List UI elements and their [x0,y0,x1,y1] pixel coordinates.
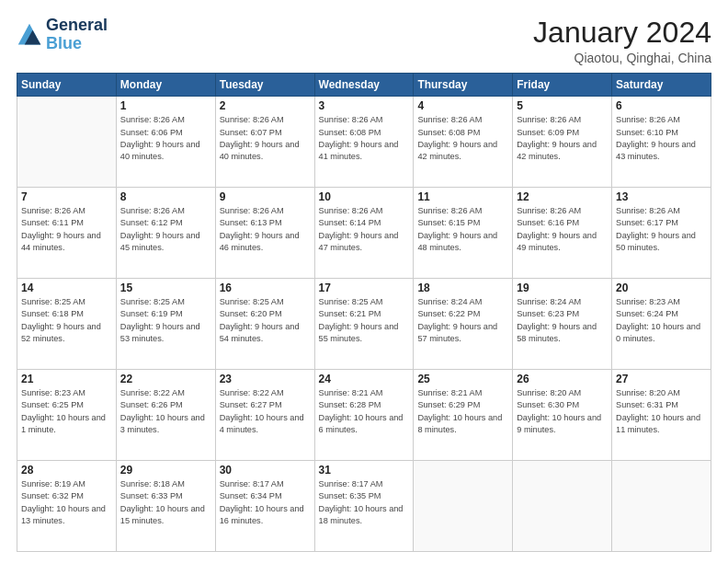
day-number: 4 [417,99,508,112]
col-monday: Monday [116,74,215,97]
title-block: January 2024 Qiaotou, Qinghai, China [533,17,711,65]
calendar-day-cell [17,97,117,188]
subtitle: Qiaotou, Qinghai, China [533,51,711,65]
day-number: 21 [21,373,112,385]
logo-icon [17,22,42,48]
col-tuesday: Tuesday [215,74,314,97]
calendar-day-cell: 1 Sunrise: 8:26 AMSunset: 6:06 PMDayligh… [116,97,215,188]
calendar-day-cell: 31 Sunrise: 8:17 AMSunset: 6:35 PMDaylig… [314,461,414,552]
calendar-day-cell: 25 Sunrise: 8:21 AMSunset: 6:29 PMDaylig… [414,370,513,461]
day-number: 31 [319,464,410,477]
calendar-day-cell: 30 Sunrise: 8:17 AMSunset: 6:34 PMDaylig… [215,461,314,552]
calendar-day-cell: 2 Sunrise: 8:26 AMSunset: 6:07 PMDayligh… [215,97,314,188]
col-friday: Friday [513,74,612,97]
calendar-day-cell: 3 Sunrise: 8:26 AMSunset: 6:08 PMDayligh… [314,97,414,188]
day-info: Sunrise: 8:18 AMSunset: 6:33 PMDaylight:… [120,478,211,527]
day-number: 20 [616,282,707,294]
day-number: 11 [417,190,508,203]
calendar-day-cell: 28 Sunrise: 8:19 AMSunset: 6:32 PMDaylig… [17,461,117,552]
calendar-day-cell: 11 Sunrise: 8:26 AMSunset: 6:15 PMDaylig… [414,188,513,279]
day-info: Sunrise: 8:21 AMSunset: 6:28 PMDaylight:… [319,387,410,436]
day-number: 14 [21,282,112,294]
day-info: Sunrise: 8:25 AMSunset: 6:18 PMDaylight:… [21,296,112,345]
day-number: 16 [220,282,311,294]
calendar-day-cell: 14 Sunrise: 8:25 AMSunset: 6:18 PMDaylig… [17,279,117,370]
day-number: 10 [319,190,410,203]
day-info: Sunrise: 8:25 AMSunset: 6:21 PMDaylight:… [319,296,410,345]
calendar-day-cell [612,461,711,552]
day-number: 3 [319,99,410,112]
calendar-day-cell: 12 Sunrise: 8:26 AMSunset: 6:16 PMDaylig… [513,188,612,279]
calendar-week-row: 21 Sunrise: 8:23 AMSunset: 6:25 PMDaylig… [17,370,711,461]
day-number: 2 [220,99,311,112]
calendar-day-cell: 15 Sunrise: 8:25 AMSunset: 6:19 PMDaylig… [116,279,215,370]
day-info: Sunrise: 8:23 AMSunset: 6:24 PMDaylight:… [616,296,707,345]
calendar-day-cell: 10 Sunrise: 8:26 AMSunset: 6:14 PMDaylig… [314,188,414,279]
calendar-day-cell: 20 Sunrise: 8:23 AMSunset: 6:24 PMDaylig… [612,279,711,370]
day-number: 25 [417,373,508,385]
calendar-day-cell: 17 Sunrise: 8:25 AMSunset: 6:21 PMDaylig… [314,279,414,370]
day-info: Sunrise: 8:24 AMSunset: 6:23 PMDaylight:… [517,296,608,345]
day-number: 27 [616,373,707,385]
day-info: Sunrise: 8:26 AMSunset: 6:11 PMDaylight:… [21,205,112,254]
calendar-day-cell: 7 Sunrise: 8:26 AMSunset: 6:11 PMDayligh… [17,188,117,279]
col-wednesday: Wednesday [314,74,414,97]
calendar-day-cell: 27 Sunrise: 8:20 AMSunset: 6:31 PMDaylig… [612,370,711,461]
day-number: 7 [21,190,112,203]
day-info: Sunrise: 8:25 AMSunset: 6:20 PMDaylight:… [220,296,311,345]
day-number: 17 [319,282,410,294]
day-info: Sunrise: 8:23 AMSunset: 6:25 PMDaylight:… [21,387,112,436]
day-info: Sunrise: 8:20 AMSunset: 6:30 PMDaylight:… [517,387,608,436]
day-number: 15 [120,282,211,294]
day-number: 18 [417,282,508,294]
calendar-day-cell: 6 Sunrise: 8:26 AMSunset: 6:10 PMDayligh… [612,97,711,188]
col-thursday: Thursday [414,74,513,97]
day-info: Sunrise: 8:26 AMSunset: 6:13 PMDaylight:… [220,205,311,254]
calendar-day-cell: 13 Sunrise: 8:26 AMSunset: 6:17 PMDaylig… [612,188,711,279]
calendar-day-cell: 8 Sunrise: 8:26 AMSunset: 6:12 PMDayligh… [116,188,215,279]
calendar-day-cell: 16 Sunrise: 8:25 AMSunset: 6:20 PMDaylig… [215,279,314,370]
calendar-day-cell: 5 Sunrise: 8:26 AMSunset: 6:09 PMDayligh… [513,97,612,188]
calendar-day-cell: 29 Sunrise: 8:18 AMSunset: 6:33 PMDaylig… [116,461,215,552]
calendar-day-cell: 24 Sunrise: 8:21 AMSunset: 6:28 PMDaylig… [314,370,414,461]
day-number: 29 [120,464,211,477]
calendar-week-row: 1 Sunrise: 8:26 AMSunset: 6:06 PMDayligh… [17,97,711,188]
calendar-day-cell: 4 Sunrise: 8:26 AMSunset: 6:08 PMDayligh… [414,97,513,188]
day-number: 13 [616,190,707,203]
day-info: Sunrise: 8:24 AMSunset: 6:22 PMDaylight:… [417,296,508,345]
day-number: 24 [319,373,410,385]
calendar-day-cell: 23 Sunrise: 8:22 AMSunset: 6:27 PMDaylig… [215,370,314,461]
day-info: Sunrise: 8:26 AMSunset: 6:17 PMDaylight:… [616,205,707,254]
calendar-day-cell [414,461,513,552]
day-number: 9 [220,190,311,203]
logo-text: General Blue [46,17,108,53]
day-number: 30 [220,464,311,477]
day-number: 12 [517,190,608,203]
day-info: Sunrise: 8:21 AMSunset: 6:29 PMDaylight:… [417,387,508,436]
day-info: Sunrise: 8:22 AMSunset: 6:26 PMDaylight:… [120,387,211,436]
day-info: Sunrise: 8:20 AMSunset: 6:31 PMDaylight:… [616,387,707,436]
day-info: Sunrise: 8:26 AMSunset: 6:16 PMDaylight:… [517,205,608,254]
day-info: Sunrise: 8:25 AMSunset: 6:19 PMDaylight:… [120,296,211,345]
day-info: Sunrise: 8:26 AMSunset: 6:12 PMDaylight:… [120,205,211,254]
col-saturday: Saturday [612,74,711,97]
day-info: Sunrise: 8:26 AMSunset: 6:08 PMDaylight:… [319,114,410,163]
day-number: 22 [120,373,211,385]
day-number: 1 [120,99,211,112]
page: General Blue January 2024 Qiaotou, Qingh… [0,0,728,563]
day-number: 6 [616,99,707,112]
calendar-day-cell: 19 Sunrise: 8:24 AMSunset: 6:23 PMDaylig… [513,279,612,370]
calendar-week-row: 28 Sunrise: 8:19 AMSunset: 6:32 PMDaylig… [17,461,711,552]
day-info: Sunrise: 8:17 AMSunset: 6:34 PMDaylight:… [220,478,311,527]
calendar-day-cell: 26 Sunrise: 8:20 AMSunset: 6:30 PMDaylig… [513,370,612,461]
day-info: Sunrise: 8:26 AMSunset: 6:06 PMDaylight:… [120,114,211,163]
calendar-day-cell: 22 Sunrise: 8:22 AMSunset: 6:26 PMDaylig… [116,370,215,461]
calendar-header-row: Sunday Monday Tuesday Wednesday Thursday… [17,74,711,97]
calendar-day-cell [513,461,612,552]
calendar-day-cell: 9 Sunrise: 8:26 AMSunset: 6:13 PMDayligh… [215,188,314,279]
day-number: 5 [517,99,608,112]
header: General Blue January 2024 Qiaotou, Qingh… [17,17,711,65]
day-info: Sunrise: 8:17 AMSunset: 6:35 PMDaylight:… [319,478,410,527]
calendar-day-cell: 18 Sunrise: 8:24 AMSunset: 6:22 PMDaylig… [414,279,513,370]
day-number: 26 [517,373,608,385]
